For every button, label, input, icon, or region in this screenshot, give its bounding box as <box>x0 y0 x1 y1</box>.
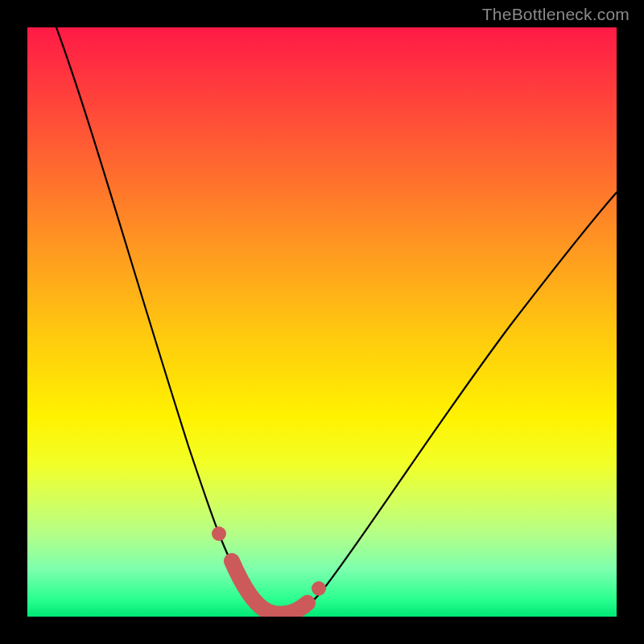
chart-canvas: TheBottleneck.com <box>0 0 644 644</box>
gradient-background <box>27 27 617 617</box>
watermark: TheBottleneck.com <box>482 5 630 24</box>
